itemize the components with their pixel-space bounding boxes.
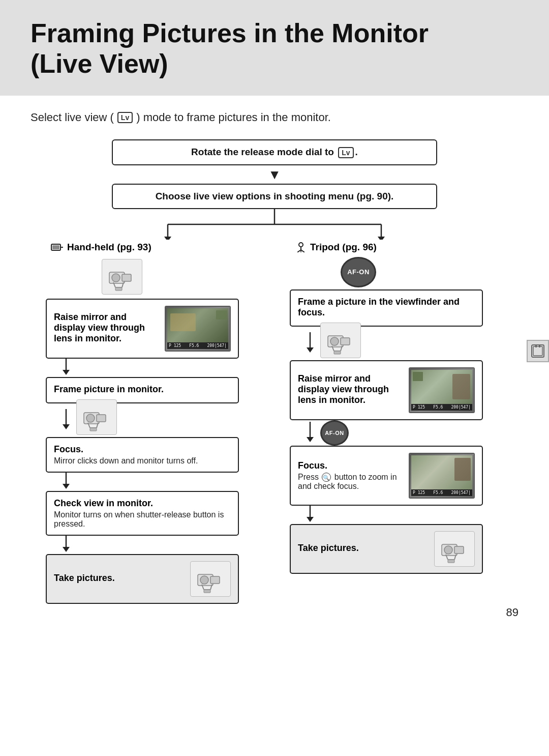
left-frame-label: Frame picture in monitor. xyxy=(54,384,231,395)
afon-icon-2: AF-ON xyxy=(320,420,349,446)
svg-rect-47 xyxy=(341,338,350,345)
arrow-left-3-area xyxy=(46,403,117,437)
svg-rect-22 xyxy=(97,415,106,422)
svg-marker-19 xyxy=(63,424,70,429)
svg-rect-62 xyxy=(448,560,454,563)
right-take-pictures-label: Take pictures. xyxy=(298,543,359,554)
svg-marker-5 xyxy=(378,237,385,240)
arrow-left-4 xyxy=(61,473,71,491)
right-focus-box: Focus. Press 🔍 button to zoom in and che… xyxy=(290,446,483,506)
lv-badge-intro: Lv xyxy=(117,112,133,123)
left-check-title: Check view in monitor. xyxy=(54,498,231,509)
branch-svg xyxy=(112,209,437,240)
right-focus-body: Press 🔍 button to zoom in and check focu… xyxy=(298,473,404,491)
right-frame-title: Frame a picture in the viewfinder and fo… xyxy=(298,297,475,318)
svg-rect-58 xyxy=(454,546,464,554)
svg-point-21 xyxy=(86,414,95,422)
right-frame-picture-box: Frame a picture in the viewfinder and fo… xyxy=(290,289,483,327)
left-focus-title: Focus. xyxy=(54,444,231,455)
left-frame-picture-box: Frame picture in monitor. xyxy=(46,377,239,403)
right-focus-title: Focus. xyxy=(298,460,404,471)
arrow1: ▼ xyxy=(46,165,503,184)
svg-point-38 xyxy=(299,243,303,247)
right-column: Tripod (pg. 96) AF-ON Frame a picture in… xyxy=(290,242,503,574)
left-focus-box: Focus. Mirror clicks down and monitor tu… xyxy=(46,437,239,473)
right-header-label: Tripod (pg. 96) xyxy=(310,242,377,253)
svg-marker-3 xyxy=(164,237,171,240)
svg-rect-51 xyxy=(334,351,341,354)
arrow-right-4 xyxy=(305,506,315,524)
svg-point-32 xyxy=(200,576,208,584)
step2-container: Choose live view options in shooting men… xyxy=(46,184,503,209)
svg-rect-7 xyxy=(52,245,59,249)
svg-point-10 xyxy=(112,274,120,282)
svg-marker-44 xyxy=(307,347,314,353)
svg-rect-15 xyxy=(115,287,122,290)
step1-box: Rotate the release mode dial to Lv. xyxy=(112,139,437,165)
svg-point-57 xyxy=(444,546,452,554)
svg-marker-53 xyxy=(307,437,314,442)
shutter-icon-right-1 xyxy=(320,323,361,358)
arrow-left-5 xyxy=(61,536,71,554)
content-area: Select live view ( Lv ) mode to frame pi… xyxy=(0,96,549,634)
left-take-pictures-label: Take pictures. xyxy=(54,573,115,584)
left-camera-screen-1: P 125F5.6200|547| xyxy=(165,306,231,352)
lv-badge-step1: Lv xyxy=(338,147,353,158)
svg-rect-26 xyxy=(90,428,97,431)
svg-rect-66 xyxy=(535,345,537,347)
arrow-right-2-area xyxy=(290,327,361,360)
left-check-body: Monitor turns on when shutter-release bu… xyxy=(54,510,231,529)
shutter-icon-left-3 xyxy=(190,561,231,597)
arrow-left-2 xyxy=(61,359,71,377)
svg-line-41 xyxy=(301,250,304,252)
page-number: 89 xyxy=(506,606,518,619)
svg-rect-64 xyxy=(533,346,542,356)
right-camera-screen-1: P 125F5.6200|547| xyxy=(409,367,475,413)
svg-line-40 xyxy=(297,250,301,252)
svg-marker-28 xyxy=(63,484,70,489)
handheld-icon xyxy=(51,242,64,252)
split-row: Hand-held (pg. 93) xyxy=(46,240,503,604)
left-focus-body: Mirror clicks down and monitor turns off… xyxy=(54,456,231,466)
zoom-icon: 🔍 xyxy=(322,473,331,482)
flowchart: Rotate the release mode dial to Lv. ▼ Ch… xyxy=(46,139,503,604)
page: Framing Pictures in the Monitor (Live Vi… xyxy=(0,0,549,756)
svg-rect-33 xyxy=(210,576,220,584)
shutter-icon-left-2 xyxy=(76,399,117,435)
step1-container: Rotate the release mode dial to Lv. xyxy=(46,139,503,165)
svg-rect-37 xyxy=(204,590,210,593)
svg-rect-11 xyxy=(122,274,131,281)
right-camera-screen-2: P 125F5.6200|547| xyxy=(409,453,475,499)
svg-marker-17 xyxy=(63,370,70,375)
tripod-icon xyxy=(295,242,307,252)
left-take-pictures-box: Take pictures. xyxy=(46,554,239,604)
right-raise-mirror-title: Raise mirror and display view through le… xyxy=(298,373,404,405)
svg-marker-30 xyxy=(63,547,70,552)
left-header: Hand-held (pg. 93) xyxy=(51,242,151,253)
page-title: Framing Pictures in the Monitor (Live Vi… xyxy=(30,18,518,79)
left-column: Hand-held (pg. 93) xyxy=(46,242,259,604)
svg-rect-65 xyxy=(539,345,540,347)
svg-marker-55 xyxy=(307,517,314,522)
step2-box: Choose live view options in shooting men… xyxy=(112,184,437,209)
left-raise-mirror-box: Raise mirror and display view through le… xyxy=(46,299,239,359)
afon-icon-1: AF-ON xyxy=(341,257,376,287)
left-raise-mirror-title: Raise mirror and display view through le… xyxy=(54,312,160,344)
svg-point-46 xyxy=(330,337,339,345)
left-header-label: Hand-held (pg. 93) xyxy=(67,242,151,253)
arrow-right-3-area: AF-ON xyxy=(290,420,349,446)
header-section: Framing Pictures in the Monitor (Live Vi… xyxy=(0,0,549,96)
shutter-icon-left-1 xyxy=(102,259,142,295)
side-tab xyxy=(527,340,549,362)
right-raise-mirror-box: Raise mirror and display view through le… xyxy=(290,360,483,420)
left-check-view-box: Check view in monitor. Monitor turns on … xyxy=(46,491,239,536)
shutter-icon-right-2 xyxy=(434,531,475,567)
right-header: Tripod (pg. 96) xyxy=(295,242,377,253)
intro-text: Select live view ( Lv ) mode to frame pi… xyxy=(30,111,518,124)
right-take-pictures-box: Take pictures. xyxy=(290,524,483,574)
